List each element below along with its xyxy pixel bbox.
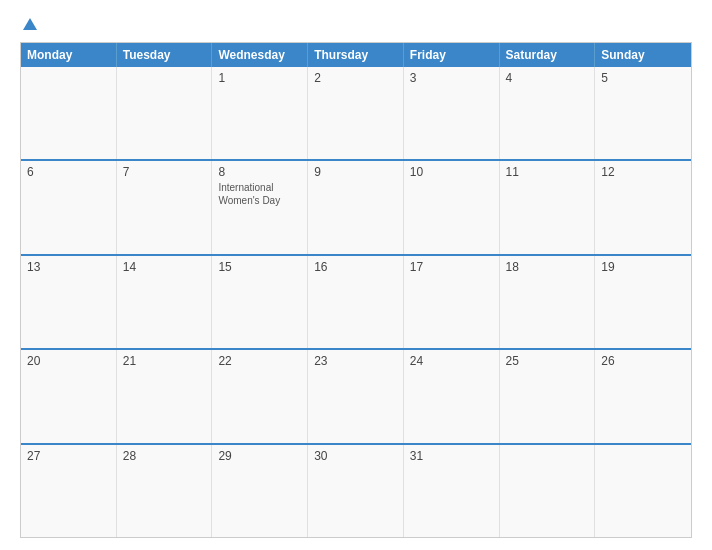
day-number: 18: [506, 260, 589, 274]
day-number: 22: [218, 354, 301, 368]
day-cell: 17: [404, 256, 500, 348]
day-cell: 20: [21, 350, 117, 442]
day-number: 1: [218, 71, 301, 85]
day-number: 4: [506, 71, 589, 85]
day-number: 19: [601, 260, 685, 274]
day-number: 26: [601, 354, 685, 368]
day-cell: 8International Women's Day: [212, 161, 308, 253]
week-row-5: 2728293031: [21, 443, 691, 537]
week-row-4: 20212223242526: [21, 348, 691, 442]
day-number: 30: [314, 449, 397, 463]
day-header-sunday: Sunday: [595, 43, 691, 67]
day-number: 5: [601, 71, 685, 85]
day-cell: 28: [117, 445, 213, 537]
day-header-thursday: Thursday: [308, 43, 404, 67]
day-number: 17: [410, 260, 493, 274]
day-number: 25: [506, 354, 589, 368]
day-cell: 29: [212, 445, 308, 537]
day-number: 13: [27, 260, 110, 274]
day-cell: 10: [404, 161, 500, 253]
day-number: 10: [410, 165, 493, 179]
day-number: 2: [314, 71, 397, 85]
day-cell: 26: [595, 350, 691, 442]
day-cell: 31: [404, 445, 500, 537]
calendar-page: MondayTuesdayWednesdayThursdayFridaySatu…: [0, 0, 712, 550]
day-cell: [595, 445, 691, 537]
weeks-container: 12345678International Women's Day9101112…: [21, 67, 691, 537]
day-header-wednesday: Wednesday: [212, 43, 308, 67]
days-header-row: MondayTuesdayWednesdayThursdayFridaySatu…: [21, 43, 691, 67]
day-cell: [21, 67, 117, 159]
day-cell: 12: [595, 161, 691, 253]
day-cell: 24: [404, 350, 500, 442]
day-cell: 14: [117, 256, 213, 348]
day-cell: 18: [500, 256, 596, 348]
day-cell: 30: [308, 445, 404, 537]
day-cell: 27: [21, 445, 117, 537]
calendar-grid: MondayTuesdayWednesdayThursdayFridaySatu…: [20, 42, 692, 538]
day-number: 24: [410, 354, 493, 368]
week-row-3: 13141516171819: [21, 254, 691, 348]
day-number: 29: [218, 449, 301, 463]
day-cell: 2: [308, 67, 404, 159]
day-number: 8: [218, 165, 301, 179]
day-header-saturday: Saturday: [500, 43, 596, 67]
day-number: 28: [123, 449, 206, 463]
day-number: 12: [601, 165, 685, 179]
logo-triangle-icon: [23, 18, 37, 30]
day-cell: 3: [404, 67, 500, 159]
day-cell: 23: [308, 350, 404, 442]
day-number: 21: [123, 354, 206, 368]
day-cell: 15: [212, 256, 308, 348]
event-label: International Women's Day: [218, 181, 301, 207]
day-cell: 25: [500, 350, 596, 442]
day-number: 31: [410, 449, 493, 463]
day-header-tuesday: Tuesday: [117, 43, 213, 67]
header: [20, 18, 692, 32]
day-cell: [117, 67, 213, 159]
day-cell: 11: [500, 161, 596, 253]
day-cell: 6: [21, 161, 117, 253]
day-header-monday: Monday: [21, 43, 117, 67]
day-cell: 5: [595, 67, 691, 159]
day-cell: 13: [21, 256, 117, 348]
day-number: 14: [123, 260, 206, 274]
day-number: 15: [218, 260, 301, 274]
day-number: 7: [123, 165, 206, 179]
day-number: 16: [314, 260, 397, 274]
logo: [20, 18, 37, 32]
day-number: 9: [314, 165, 397, 179]
day-number: 20: [27, 354, 110, 368]
day-cell: [500, 445, 596, 537]
day-cell: 21: [117, 350, 213, 442]
day-number: 3: [410, 71, 493, 85]
week-row-2: 678International Women's Day9101112: [21, 159, 691, 253]
day-number: 11: [506, 165, 589, 179]
week-row-1: 12345: [21, 67, 691, 159]
day-number: 27: [27, 449, 110, 463]
day-number: 6: [27, 165, 110, 179]
day-cell: 19: [595, 256, 691, 348]
day-cell: 16: [308, 256, 404, 348]
day-cell: 7: [117, 161, 213, 253]
day-cell: 9: [308, 161, 404, 253]
day-number: 23: [314, 354, 397, 368]
day-cell: 1: [212, 67, 308, 159]
day-cell: 22: [212, 350, 308, 442]
day-cell: 4: [500, 67, 596, 159]
day-header-friday: Friday: [404, 43, 500, 67]
